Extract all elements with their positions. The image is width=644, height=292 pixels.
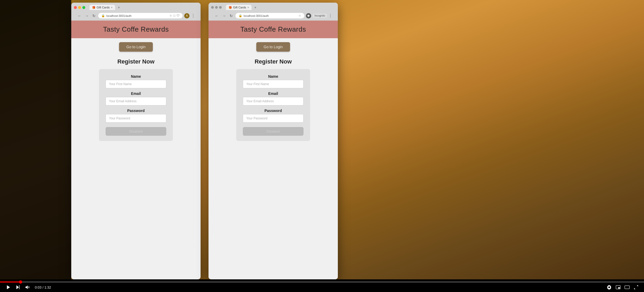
right-password-group: Password [243,109,304,123]
progress-dot [19,280,22,284]
left-reload-btn[interactable]: ↻ [91,13,97,18]
right-email-label: Email [268,91,278,96]
left-tab-label: Gift Cards [97,6,110,9]
right-password-input[interactable] [243,114,304,123]
svg-rect-6 [625,286,629,289]
right-app-content: Tasty Coffe Rewards Go to Login Register… [209,21,338,279]
right-star-icon[interactable]: ☆ [299,14,301,17]
svg-marker-3 [26,285,28,289]
left-address-url: localhost:3001/auth [106,14,131,17]
left-address-field[interactable]: 🔒 localhost:3001/auth ☆ □ 🛡 [98,13,183,18]
right-password-label: Password [264,109,282,113]
left-new-tab-btn[interactable]: + [116,5,121,10]
right-address-url: localhost:3001/auth [244,14,269,17]
left-tab-close[interactable]: × [111,6,113,9]
left-menu-dots[interactable]: ⋮ [191,13,195,18]
right-browser-controls: 🎁 Gift Cards × + [211,5,335,10]
left-goto-login-btn[interactable]: Go to Login [119,42,153,52]
left-browser-titlebar: 🎁 Gift Cards × + ← → ↻ 🔒 localhost:3001/… [71,3,201,21]
right-address-field[interactable]: 🔒 localhost:3001/auth ☆ [235,13,304,18]
left-app-header: Tasty Coffe Rewards [71,21,201,38]
left-tab-bar: 🎁 Gift Cards × + [89,5,198,10]
next-btn[interactable] [15,284,21,290]
next-icon [15,285,21,290]
right-back-btn[interactable]: ← [214,13,220,18]
time-separator: / [41,285,44,289]
left-cast-icon[interactable]: □ [173,14,175,17]
left-app-content: Tasty Coffe Rewards Go to Login Register… [71,21,201,279]
progress-bar[interactable] [0,281,644,283]
left-close-light[interactable] [74,6,77,9]
left-password-input[interactable] [106,114,166,123]
right-email-input[interactable] [243,97,304,105]
left-email-group: Email [106,91,166,105]
play-btn[interactable] [5,284,12,290]
left-tab-favicon: 🎁 [92,6,95,9]
browsers-container: 🎁 Gift Cards × + ← → ↻ 🔒 localhost:3001/… [71,3,338,279]
left-address-icons: ☆ □ 🛡 [169,14,179,17]
left-email-label: Email [131,91,141,96]
right-browser-titlebar: 🎁 Gift Cards × + ← → ↻ 🔒 localhost:3001/… [209,3,338,21]
left-name-group: Name [106,74,166,88]
svg-marker-0 [7,285,10,289]
right-maximize-light[interactable] [219,6,222,9]
left-name-input[interactable] [106,80,166,88]
left-traffic-lights [74,6,85,9]
right-lock-icon: 🔒 [239,14,242,17]
left-profile-avatar[interactable]: A [184,13,190,18]
left-app-title: Tasty Coffe Rewards [77,25,195,33]
right-register-section: Register Now Name Email Password Disable [209,56,338,144]
right-tab-close[interactable]: × [248,6,249,9]
fullscreen-btn[interactable] [633,285,639,290]
time-display: 0:03 / 1:32 [35,285,51,289]
left-shield-icon[interactable]: 🛡 [177,14,179,17]
theater-btn[interactable] [624,285,630,290]
left-browser-controls: 🎁 Gift Cards × + [74,5,198,10]
left-forward-btn[interactable]: → [84,13,90,18]
right-controls [607,285,639,290]
left-addressbar: ← → ↻ 🔒 localhost:3001/auth ☆ □ 🛡 A ⋮ [74,12,198,21]
right-close-light[interactable] [211,6,214,9]
right-incognito-label: Incognito [313,14,327,18]
right-menu-dots[interactable]: ⋮ [328,13,333,18]
left-browser-window: 🎁 Gift Cards × + ← → ↻ 🔒 localhost:3001/… [71,3,201,279]
right-form-card: Name Email Password Disabled [236,69,310,141]
right-tab-favicon: 🎁 [229,6,232,9]
right-name-input[interactable] [243,80,304,88]
right-goto-login-btn[interactable]: Go to Login [256,42,290,52]
fullscreen-icon [633,285,639,290]
controls-row: 0:03 / 1:32 [0,283,644,292]
settings-icon [607,285,612,290]
right-tab-bar: 🎁 Gift Cards × + [226,5,335,10]
right-app-header: Tasty Coffe Rewards [209,21,338,38]
miniplayer-btn[interactable] [615,285,621,290]
right-active-tab[interactable]: 🎁 Gift Cards × [226,5,252,10]
right-traffic-lights [211,6,222,9]
progress-fill [0,281,21,283]
left-active-tab[interactable]: 🎁 Gift Cards × [89,5,115,10]
left-register-section: Register Now Name Email Password Disable [71,56,201,144]
right-new-tab-btn[interactable]: + [253,5,258,10]
svg-rect-5 [618,287,620,289]
left-email-input[interactable] [106,97,166,105]
right-minimize-light[interactable] [215,6,218,9]
left-maximize-light[interactable] [82,6,85,9]
theater-icon [624,285,630,290]
right-name-label: Name [268,74,278,79]
volume-btn[interactable] [24,284,31,290]
right-forward-btn[interactable]: → [221,13,227,18]
settings-btn[interactable] [607,285,612,290]
time-current: 0:03 [35,285,41,289]
left-minimize-light[interactable] [78,6,81,9]
right-tab-label: Gift Cards [233,6,246,9]
left-register-title: Register Now [117,58,155,65]
svg-rect-2 [19,285,20,289]
left-back-btn[interactable]: ← [77,13,82,18]
play-icon [6,285,11,290]
right-app-title: Tasty Coffe Rewards [214,25,333,33]
miniplayer-icon [615,285,621,290]
left-name-label: Name [131,74,141,79]
right-reload-btn[interactable]: ↻ [229,13,234,18]
left-lock-icon: 🔒 [101,14,105,17]
left-star-icon[interactable]: ☆ [169,14,172,17]
